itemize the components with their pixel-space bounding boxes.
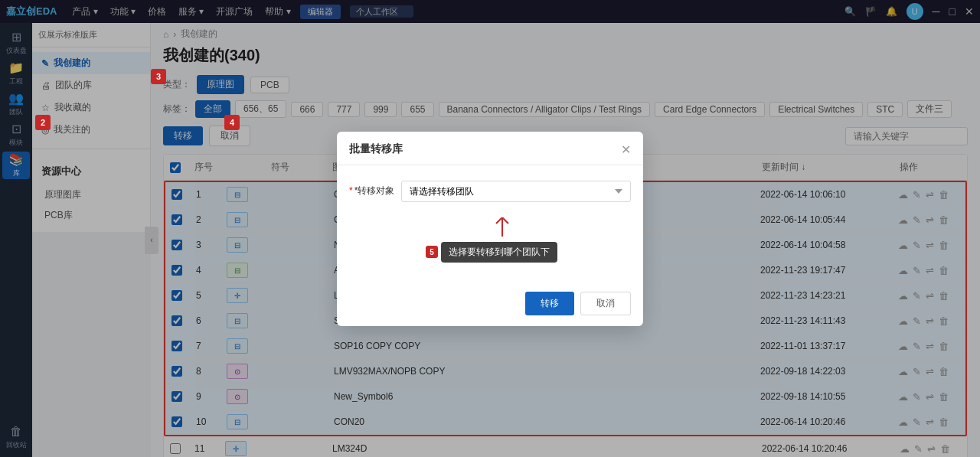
dialog-header: 批量转移库 ✕ [337,132,643,165]
tooltip-container: 5 选择要转移到哪个团队下 [426,242,557,263]
dialog-body: *转移对象 请选择转移团队 5 选择要转移到哪个团队下 [337,165,643,284]
team-select[interactable]: 请选择转移团队 [401,181,631,202]
dialog-overlay: 批量转移库 ✕ *转移对象 请选择转移团队 5 [0,0,980,457]
tooltip-text: 选择要转移到哪个团队下 [441,242,557,263]
dialog-title: 批量转移库 [349,142,403,156]
tooltip-area: 5 选择要转移到哪个团队下 [349,217,631,263]
arrow-indicator [487,217,631,240]
dialog-cancel-button[interactable]: 取消 [580,292,631,315]
dialog-field-team: *转移对象 请选择转移团队 [349,181,631,202]
annotation-5: 5 [426,246,438,258]
arrow-svg [487,217,518,240]
annotation-3: 3 [151,69,166,84]
annotation-4: 4 [224,115,240,130]
batch-move-dialog: 批量转移库 ✕ *转移对象 请选择转移团队 5 [337,132,643,326]
dialog-footer: 转移 取消 6 [337,284,643,326]
dialog-field-label: *转移对象 [349,184,395,197]
dialog-close-button[interactable]: ✕ [621,142,631,157]
confirm-move-button[interactable]: 转移 [525,292,574,315]
annotation-2: 2 [35,115,51,130]
